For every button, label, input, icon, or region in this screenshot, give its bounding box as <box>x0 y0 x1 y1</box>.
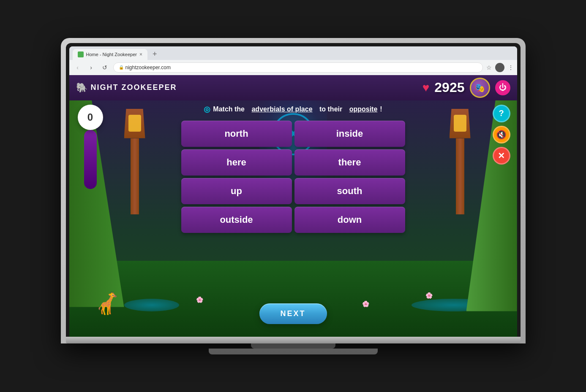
forward-button[interactable]: › <box>86 62 96 73</box>
tab-title: Home - Night Zookeeper <box>86 52 137 57</box>
instruction-prefix: Match the <box>213 105 245 113</box>
lamp-glow-left <box>128 115 141 132</box>
score-bar <box>84 130 97 189</box>
instruction-suffix: ! <box>380 105 382 113</box>
answer-outside[interactable]: outside <box>181 207 292 233</box>
browser-tab-active[interactable]: Home - Night Zookeeper × <box>73 49 147 60</box>
instruction-term1: adverbials of place <box>251 105 312 113</box>
star-button[interactable]: ☆ <box>486 64 492 71</box>
lamp-glow-right <box>454 115 466 132</box>
utility-buttons: ? 🔇 ✕ <box>493 105 510 165</box>
laptop-bezel: Home - Night Zookeeper × + ‹ › ↺ 🔒 night… <box>66 43 521 337</box>
lamp-post-right <box>456 138 464 214</box>
browser-tabs: Home - Night Zookeeper × + <box>69 46 517 60</box>
answer-up[interactable]: up <box>181 178 292 204</box>
laptop-stand <box>251 343 335 349</box>
instruction-middle: to their <box>319 105 342 113</box>
close-game-button[interactable]: ✕ <box>493 147 510 165</box>
user-avatar-browser[interactable] <box>495 63 504 72</box>
pond-left <box>124 299 179 311</box>
power-button[interactable]: ⏻ <box>495 80 510 95</box>
laptop-bottom-bezel <box>66 337 521 343</box>
score-circle: 0 <box>78 105 103 130</box>
answer-grid: north inside here there up south outside… <box>181 121 405 233</box>
browser-toolbar: ‹ › ↺ 🔒 nightzookeeper.com ☆ ⋮ <box>69 60 517 75</box>
lamp-post-left <box>131 138 139 214</box>
sound-button[interactable]: 🔇 <box>493 126 510 143</box>
laptop-container: Home - Night Zookeeper × + ‹ › ↺ 🔒 night… <box>61 38 526 354</box>
address-bar[interactable]: 🔒 nightzookeeper.com <box>113 62 483 73</box>
answer-there[interactable]: there <box>294 149 405 176</box>
answer-down[interactable]: down <box>294 207 405 233</box>
help-button[interactable]: ? <box>493 105 510 122</box>
game-area: ✕ <box>69 75 517 337</box>
flower-2: 🌸 <box>425 292 433 299</box>
lamp-head-left <box>124 109 145 138</box>
answer-here[interactable]: here <box>181 149 292 176</box>
refresh-button[interactable]: ↺ <box>100 62 110 73</box>
logo-elephant-icon: 🐘 <box>76 82 87 93</box>
next-button-container: NEXT <box>259 303 327 324</box>
url-text: nightzookeeper.com <box>125 65 171 70</box>
back-button[interactable]: ‹ <box>73 62 83 73</box>
tab-favicon <box>78 51 84 57</box>
answer-inside[interactable]: inside <box>294 121 405 147</box>
lamp-right <box>450 109 471 214</box>
flower-1: 🌸 <box>196 296 203 303</box>
instruction-icon: ◎ <box>204 105 210 114</box>
instruction-text: ◎ Match the adverbials of place to their… <box>204 105 382 114</box>
answer-north[interactable]: north <box>181 121 292 147</box>
flower-3: 🌸 <box>362 300 369 307</box>
game-header: 🐘 NIGHT ZOOKEEPER ♥ 2925 🎭 ⏻ <box>69 75 517 100</box>
giraffe-decoration: 🦒 <box>95 291 121 316</box>
laptop-screen-outer: Home - Night Zookeeper × + ‹ › ↺ 🔒 night… <box>61 38 526 343</box>
header-right: ♥ 2925 🎭 ⏻ <box>422 78 510 98</box>
lamp-head-right <box>450 109 471 138</box>
lock-icon: 🔒 <box>119 65 124 70</box>
score-display: 2925 <box>434 80 464 95</box>
instruction-term2: opposite <box>349 105 378 113</box>
tab-close-button[interactable]: × <box>139 51 142 57</box>
browser-chrome: Home - Night Zookeeper × + ‹ › ↺ 🔒 night… <box>69 46 517 337</box>
laptop-base <box>209 349 378 354</box>
new-tab-button[interactable]: + <box>149 50 161 59</box>
next-button[interactable]: NEXT <box>259 303 327 324</box>
browser-menu-button[interactable]: ⋮ <box>508 64 514 71</box>
instruction-area: ◎ Match the adverbials of place to their… <box>204 105 382 114</box>
logo-text: NIGHT ZOOKEEPER <box>91 83 177 92</box>
lamp-left <box>124 109 145 214</box>
answer-south[interactable]: south <box>294 178 405 204</box>
logo: 🐘 NIGHT ZOOKEEPER <box>76 82 177 93</box>
character-avatar[interactable]: 🎭 <box>470 78 490 98</box>
heart-icon: ♥ <box>422 81 430 95</box>
